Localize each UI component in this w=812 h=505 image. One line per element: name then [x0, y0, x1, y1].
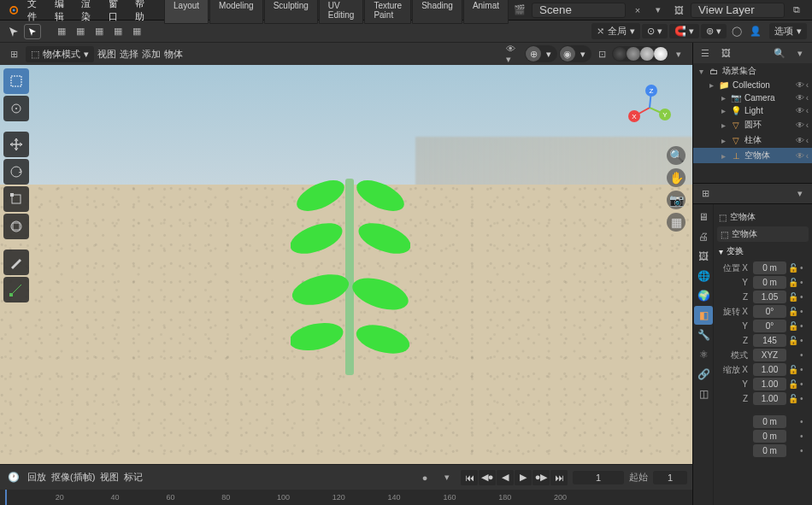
view-menu[interactable]: 视图 — [97, 48, 116, 61]
proportional-edit-dropdown[interactable]: ⊚ ▾ — [701, 24, 727, 38]
selectable-icon[interactable]: ‹ — [806, 80, 809, 90]
visibility-icon[interactable]: 👁 — [796, 136, 804, 145]
outliner-row-Camera[interactable]: ▸📷Camera👁‹ — [693, 91, 812, 104]
rotate-tool[interactable] — [3, 159, 29, 185]
visibility-icon[interactable]: 👁 — [796, 120, 804, 130]
collapse-icon[interactable]: ▸ — [719, 136, 727, 145]
collapse-icon[interactable]: ▸ — [719, 151, 727, 161]
transform-orientation-dropdown[interactable]: ⤯ 全局 ▾ — [591, 23, 640, 39]
visibility-dropdown-icon[interactable]: 👁 ▾ — [506, 46, 523, 62]
outliner-row-柱体[interactable]: ▸▽柱体👁‹ — [693, 132, 812, 148]
location-z-input[interactable]: 1.05 — [753, 291, 786, 303]
jump-end-icon[interactable]: ⏭ — [550, 470, 568, 485]
collapse-icon[interactable]: ▸ — [707, 80, 715, 90]
tab-texture-paint[interactable]: Texture Paint — [364, 0, 411, 24]
autokey-dropdown-icon[interactable]: ▾ — [438, 470, 456, 485]
rotation-z-input[interactable]: 145 — [753, 334, 786, 347]
overlay-dropdown-icon[interactable]: ▾ — [575, 46, 591, 62]
tab-uv-editing[interactable]: UV Editing — [319, 0, 364, 24]
annotate-tool[interactable] — [3, 250, 29, 275]
proportional-projected-icon[interactable]: 👤 — [747, 24, 764, 39]
location-y-input[interactable]: 0 m — [753, 276, 786, 289]
playhead[interactable] — [5, 490, 7, 505]
object-menu[interactable]: 物体 — [164, 48, 183, 61]
lock-icon[interactable]: 🔓 — [788, 394, 798, 403]
tab-sculpting[interactable]: Sculpting — [264, 0, 318, 24]
properties-options-icon[interactable]: ▾ — [791, 186, 809, 202]
outliner-new-collection-icon[interactable]: ▾ — [791, 45, 809, 61]
measure-tool[interactable] — [3, 277, 29, 302]
menu-file[interactable]: 文件 — [21, 0, 46, 26]
options-dropdown[interactable]: 选项 ▾ — [769, 23, 807, 39]
menu-render[interactable]: 渲染 — [74, 0, 100, 26]
select-mode-invert-icon[interactable]: ▦ — [128, 24, 145, 39]
viewlayer-copy-icon[interactable]: ⧉ — [788, 3, 805, 18]
extra-value-0[interactable]: 0 m — [753, 415, 786, 428]
selectable-icon[interactable]: ‹ — [806, 136, 809, 145]
location-x-input[interactable]: 0 m — [753, 261, 786, 274]
select-mode-extend-icon[interactable]: ▦ — [72, 24, 89, 39]
play-reverse-icon[interactable]: ◀ — [497, 470, 514, 485]
world-properties-tab[interactable]: 🌍 — [694, 286, 713, 305]
scale-tool[interactable] — [3, 186, 29, 212]
matprev-shading-icon[interactable] — [640, 47, 654, 61]
collapse-icon[interactable]: ▾ — [697, 67, 705, 76]
modifier-properties-tab[interactable]: 🔧 — [694, 326, 713, 344]
transform-section-header[interactable]: ▾ 变换 — [717, 242, 809, 261]
collapse-icon[interactable]: ▸ — [719, 120, 727, 130]
lock-icon[interactable]: 🔓 — [788, 307, 798, 316]
selectable-icon[interactable]: ‹ — [806, 120, 809, 130]
select-menu[interactable]: 选择 — [120, 48, 138, 61]
select-tool-icon[interactable] — [24, 24, 41, 39]
extra-value-1[interactable]: 0 m — [753, 430, 786, 443]
constraint-properties-tab[interactable]: 🔗 — [694, 365, 713, 384]
outliner-row-空物体[interactable]: ▸⊥空物体👁‹ — [693, 148, 812, 163]
perspective-nav-icon[interactable]: ▦ — [667, 213, 685, 232]
cursor-tool[interactable] — [3, 96, 29, 121]
keyframe-prev-icon[interactable]: ◀● — [479, 470, 496, 485]
rendered-shading-icon[interactable] — [654, 47, 668, 61]
cursor-tool-icon[interactable] — [5, 24, 22, 39]
outliner-scene-collection[interactable]: ▾ 🗀 场景集合 — [693, 63, 812, 79]
timeline-editor-icon[interactable]: 🕐 — [5, 470, 22, 485]
jump-start-icon[interactable]: ⏮ — [461, 470, 478, 485]
outliner-display-icon[interactable]: 🖼 — [717, 45, 734, 61]
3d-viewport[interactable]: X Y Z 🔍 ✋ 📷 ▦ — [0, 65, 692, 464]
object-properties-tab[interactable]: ◧ — [694, 306, 713, 325]
scene-name-input[interactable] — [532, 3, 626, 18]
select-mode-intersect-icon[interactable]: ▦ — [109, 24, 127, 39]
menu-window[interactable]: 窗口 — [102, 0, 127, 26]
outliner-filter-icon[interactable]: 🔍 — [771, 45, 788, 61]
current-frame-input[interactable]: 1 — [573, 471, 624, 484]
lock-icon[interactable]: 🔓 — [788, 321, 798, 331]
timeline-view-menu[interactable]: 视图 — [100, 471, 119, 484]
outliner-row-圆环[interactable]: ▸▽圆环👁‹ — [693, 117, 812, 132]
tab-animation[interactable]: Animat — [463, 0, 509, 24]
tab-shading[interactable]: Shading — [412, 0, 462, 24]
visibility-icon[interactable]: 👁 — [796, 151, 804, 161]
datablock-selector[interactable]: ⬚ 空物体 — [717, 226, 809, 242]
select-mode-subtract-icon[interactable]: ▦ — [91, 24, 108, 39]
show-gizmo-icon[interactable]: ⊕ — [526, 46, 541, 62]
lock-icon[interactable]: 🔓 — [788, 379, 798, 389]
proportional-connected-icon[interactable]: ◯ — [728, 24, 745, 39]
collapse-icon[interactable]: ▸ — [719, 93, 727, 103]
lock-icon[interactable]: 🔓 — [788, 365, 798, 374]
scene-properties-tab[interactable]: 🌐 — [694, 267, 713, 285]
menu-help[interactable]: 帮助 — [128, 0, 154, 26]
plant-object[interactable] — [291, 153, 410, 392]
scale-y-input[interactable]: 1.00 — [753, 378, 786, 390]
properties-editor-icon[interactable]: ⊞ — [697, 186, 714, 202]
selectable-icon[interactable]: ‹ — [806, 93, 809, 103]
scale-x-input[interactable]: 1.00 — [753, 363, 786, 376]
selectable-icon[interactable]: ‹ — [806, 151, 809, 161]
selectable-icon[interactable]: ‹ — [806, 106, 809, 115]
lock-icon[interactable]: 🔓 — [788, 278, 798, 287]
data-properties-tab[interactable]: ◫ — [694, 385, 713, 403]
tab-modeling[interactable]: Modeling — [209, 0, 263, 24]
outliner-editor-icon[interactable]: ☰ — [697, 45, 714, 61]
lock-icon[interactable]: 🔓 — [788, 292, 798, 302]
rotation-y-input[interactable]: 0° — [753, 320, 786, 332]
solid-shading-icon[interactable] — [627, 47, 640, 61]
zoom-nav-icon[interactable]: 🔍 — [667, 146, 685, 165]
